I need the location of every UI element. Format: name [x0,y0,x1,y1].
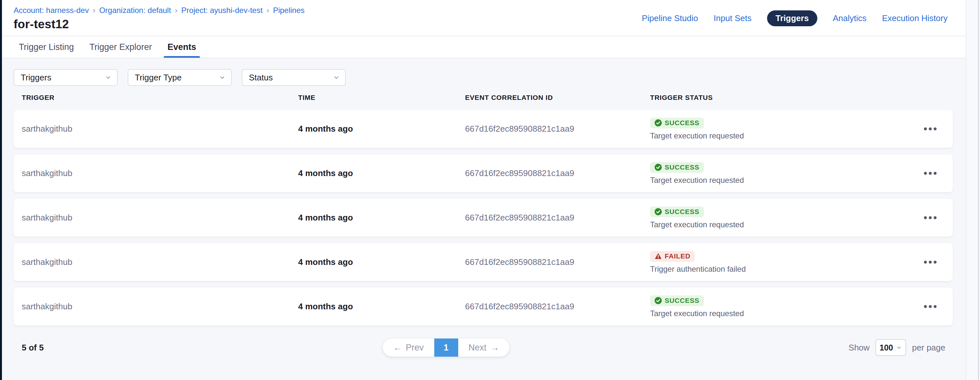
event-row: sarthakgithub 4 months ago 667d16f2ec895… [14,110,953,148]
current-page-button[interactable]: 1 [434,338,458,357]
event-row: sarthakgithub 4 months ago 667d16f2ec895… [14,199,953,237]
arrow-right-icon: → [490,343,499,353]
trigger-name: sarthakgithub [22,124,298,134]
chevron-down-icon [896,344,902,351]
results-count: 5 of 5 [22,343,44,353]
events-content: Triggers Trigger Type Status TRIGGER TIM… [0,58,966,357]
trigger-status-cell: SUCCESS Target execution requested [650,295,917,318]
status-filter-select[interactable]: Status [242,69,346,86]
row-actions-menu-button[interactable] [917,154,943,192]
status-badge-label: FAILED [665,252,690,260]
event-time: 4 months ago [298,257,465,267]
trigger-name: sarthakgithub [22,302,298,311]
page-size-select[interactable]: 100 [875,339,906,356]
status-badge: SUCCESS [650,118,704,128]
column-header-event-correlation-id: EVENT CORRELATION ID [465,94,650,102]
status-badge-label: SUCCESS [665,297,699,305]
pagination-bar: 5 of 5 ← Prev 1 Next → Show 100 [14,338,953,357]
status-badge-label: SUCCESS [665,163,699,171]
trigger-name: sarthakgithub [22,213,298,223]
trigger-status-cell: FAILED Trigger authentication failed [650,251,917,274]
breadcrumb-pipelines-link[interactable]: Pipelines [273,6,304,15]
nav-pipeline-studio[interactable]: Pipeline Studio [642,13,698,23]
prev-page-button[interactable]: ← Prev [383,338,434,357]
chevron-down-icon [105,74,112,81]
tab-events[interactable]: Events [166,36,198,58]
pipeline-top-nav: Pipeline Studio Input Sets Triggers Anal… [642,0,948,36]
per-page-label: per page [912,343,945,353]
status-message: Target execution requested [650,309,744,318]
events-table-header: TRIGGER TIME EVENT CORRELATION ID TRIGGE… [14,91,953,105]
breadcrumb-project-link[interactable]: Project: ayushi-dev-test [181,6,263,15]
trigger-type-filter-select[interactable]: Trigger Type [128,69,232,86]
event-time: 4 months ago [298,124,465,134]
event-time: 4 months ago [298,213,465,223]
breadcrumb-account-link[interactable]: Account: harness-dev [14,6,89,15]
row-actions-menu-button[interactable] [917,243,943,281]
prev-page-label: Prev [406,343,424,353]
column-header-trigger: TRIGGER [22,94,298,102]
event-row: sarthakgithub 4 months ago 667d16f2ec895… [14,154,953,192]
trigger-type-filter-label: Trigger Type [135,73,182,83]
next-page-button[interactable]: Next → [458,338,510,357]
status-message: Target execution requested [650,131,744,141]
breadcrumb-separator-icon: › [266,6,269,15]
warning-triangle-icon [655,252,662,260]
tab-trigger-listing[interactable]: Trigger Listing [18,36,75,58]
check-circle-icon [655,208,662,215]
event-correlation-id: 667d16f2ec895908821c1aa9 [465,213,650,223]
status-badge: SUCCESS [650,206,704,217]
status-filter-label: Status [249,73,273,83]
events-table-body: sarthakgithub 4 months ago 667d16f2ec895… [14,110,953,326]
trigger-name: sarthakgithub [22,168,298,178]
nav-triggers-active[interactable]: Triggers [767,10,817,26]
next-page-label: Next [469,343,487,353]
column-header-trigger-status: TRIGGER STATUS [650,94,917,102]
event-row: sarthakgithub 4 months ago 667d16f2ec895… [14,243,953,281]
page-size-control: Show 100 per page [848,339,945,356]
nav-execution-history[interactable]: Execution History [882,13,948,23]
column-header-time: TIME [298,94,465,102]
status-message: Target execution requested [650,220,744,229]
arrow-left-icon: ← [393,343,402,353]
event-correlation-id: 667d16f2ec895908821c1aa9 [465,168,650,178]
nav-input-sets[interactable]: Input Sets [714,13,751,23]
status-badge: FAILED [650,251,695,262]
status-badge: SUCCESS [650,162,704,173]
collapsed-sidebar-rail[interactable] [0,0,2,380]
trigger-status-cell: SUCCESS Target execution requested [650,118,917,141]
event-correlation-id: 667d16f2ec895908821c1aa9 [465,124,650,134]
event-correlation-id: 667d16f2ec895908821c1aa9 [465,302,650,311]
event-row: sarthakgithub 4 months ago 667d16f2ec895… [14,287,953,326]
status-message: Trigger authentication failed [650,265,746,274]
page-size-value: 100 [880,343,893,353]
trigger-name: sarthakgithub [22,257,298,267]
trigger-status-cell: SUCCESS Target execution requested [650,162,917,185]
nav-analytics[interactable]: Analytics [833,13,867,23]
pager: ← Prev 1 Next → [383,338,509,357]
triggers-filter-select[interactable]: Triggers [14,69,118,86]
scrollbar-gutter[interactable] [966,0,980,380]
status-message: Target execution requested [650,176,744,185]
chevron-down-icon [333,74,340,81]
chevron-down-icon [219,74,226,81]
breadcrumb-separator-icon: › [175,6,178,15]
check-circle-icon [655,297,662,304]
triggers-filter-label: Triggers [21,73,51,83]
status-badge-label: SUCCESS [665,208,699,216]
row-actions-menu-button[interactable] [917,287,943,326]
row-actions-menu-button[interactable] [917,199,943,237]
filters-row: Triggers Trigger Type Status [14,69,966,86]
breadcrumb-organization-link[interactable]: Organization: default [99,6,171,15]
status-badge: SUCCESS [650,295,704,306]
check-circle-icon [655,119,662,126]
tab-trigger-explorer[interactable]: Trigger Explorer [88,36,153,58]
event-correlation-id: 667d16f2ec895908821c1aa9 [465,257,650,267]
row-actions-menu-button[interactable] [917,110,943,148]
event-time: 4 months ago [298,168,465,178]
triggers-tabbar: Trigger Listing Trigger Explorer Events [0,36,966,58]
breadcrumb-separator-icon: › [93,6,95,15]
page-header: Account: harness-dev › Organization: def… [0,0,966,36]
event-time: 4 months ago [298,302,465,311]
trigger-status-cell: SUCCESS Target execution requested [650,206,917,229]
